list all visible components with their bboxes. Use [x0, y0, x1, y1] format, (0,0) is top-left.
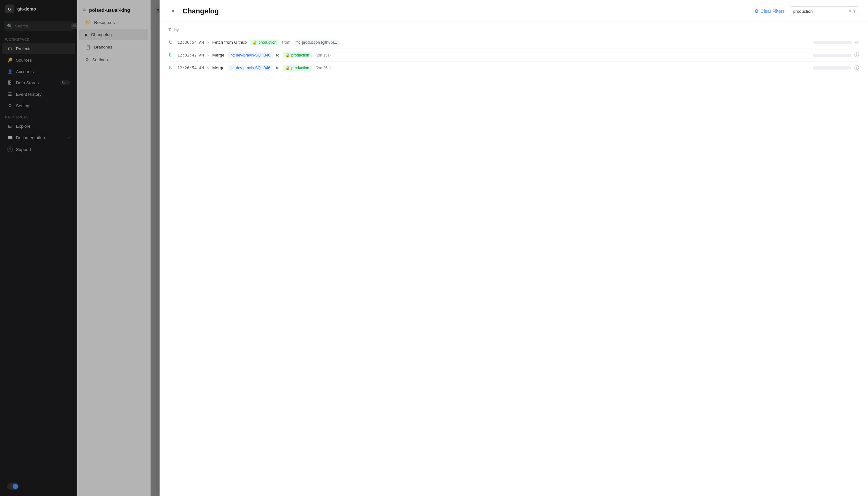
close-button[interactable]: × — [169, 7, 177, 16]
row-hash — [814, 41, 852, 44]
preposition: to — [276, 65, 280, 70]
env-tag-label: production — [291, 53, 309, 58]
row-duration: (2m 26s) — [316, 66, 331, 70]
lock-icon: 🔒 — [252, 40, 257, 45]
filter-icon: ⚙ — [754, 8, 759, 14]
row-time: 12:32:42 AM — [177, 53, 204, 58]
row-time: 12:36:54 AM — [177, 40, 204, 45]
info-icon: ⓘ — [854, 65, 859, 71]
env-tag: 🔒 production — [283, 52, 312, 58]
env-tag: 🔒 production — [250, 40, 279, 45]
changelog-row: ↻ 12:32:42 AM > Merge ⌥ dev-pravin-SQHB4… — [169, 49, 859, 62]
sync-icon: ↻ — [169, 39, 174, 45]
filter-input-wrapper[interactable]: × ▾ — [790, 6, 859, 16]
github-icon: ⊙ — [855, 40, 859, 45]
row-arrow: > — [207, 66, 209, 70]
sync-icon: ↻ — [169, 52, 174, 58]
info-icon: ⓘ — [854, 52, 859, 58]
row-hash — [813, 66, 851, 69]
branch-icon: ⌥ — [296, 40, 301, 45]
branch-tag: ⌥ dev-pravin-SQHB46 — [228, 65, 273, 71]
source-tag-label: production (github)... — [302, 40, 337, 45]
filter-dropdown-icon[interactable]: ▾ — [853, 9, 855, 14]
lock-icon: 🔒 — [285, 66, 290, 70]
date-section-label: Today — [169, 28, 859, 32]
branch-tag: ⌥ dev-pravin-SQHB46 — [228, 52, 273, 58]
row-arrow: > — [207, 41, 209, 44]
row-action: Merge — [212, 53, 224, 58]
modal-overlay: × Changelog ⚙ Clear Filters × ▾ Today ↻ … — [0, 0, 868, 496]
sync-icon: ↻ — [169, 65, 174, 71]
row-time: 12:26:54 AM — [177, 65, 204, 70]
preposition: from — [282, 40, 290, 45]
env-tag-label: production — [291, 66, 309, 70]
branch-tag-label: dev-pravin-SQHB46 — [236, 66, 270, 70]
filter-input[interactable] — [793, 9, 847, 14]
changelog-title: Changelog — [183, 7, 749, 15]
env-tag-label: production — [258, 40, 277, 45]
lock-icon: 🔒 — [285, 53, 290, 58]
row-arrow: > — [207, 53, 209, 57]
changelog-row: ↻ 12:36:54 AM > Fetch from Github 🔒 prod… — [169, 36, 859, 49]
branch-prefix-icon: ⌥ — [231, 66, 235, 70]
filter-clear-icon[interactable]: × — [849, 9, 851, 14]
clear-filters-button[interactable]: ⚙ Clear Filters — [754, 8, 784, 14]
changelog-body: Today ↻ 12:36:54 AM > Fetch from Github … — [160, 21, 868, 496]
row-duration: (2m 15s) — [316, 53, 331, 58]
branch-tag-label: dev-pravin-SQHB46 — [236, 53, 270, 58]
preposition: to — [276, 53, 280, 58]
changelog-panel: × Changelog ⚙ Clear Filters × ▾ Today ↻ … — [160, 0, 868, 496]
changelog-header: × Changelog ⚙ Clear Filters × ▾ — [160, 0, 868, 21]
row-action: Fetch from Github — [212, 40, 247, 45]
row-action: Merge — [212, 65, 224, 70]
env-tag: 🔒 production — [283, 65, 312, 71]
changelog-row: ↻ 12:26:54 AM > Merge ⌥ dev-pravin-SQHB4… — [169, 62, 859, 74]
branch-prefix-icon: ⌥ — [231, 53, 235, 58]
source-tag: ⌥ production (github)... — [294, 40, 340, 45]
clear-filters-label: Clear Filters — [760, 9, 784, 14]
row-hash — [813, 53, 851, 57]
